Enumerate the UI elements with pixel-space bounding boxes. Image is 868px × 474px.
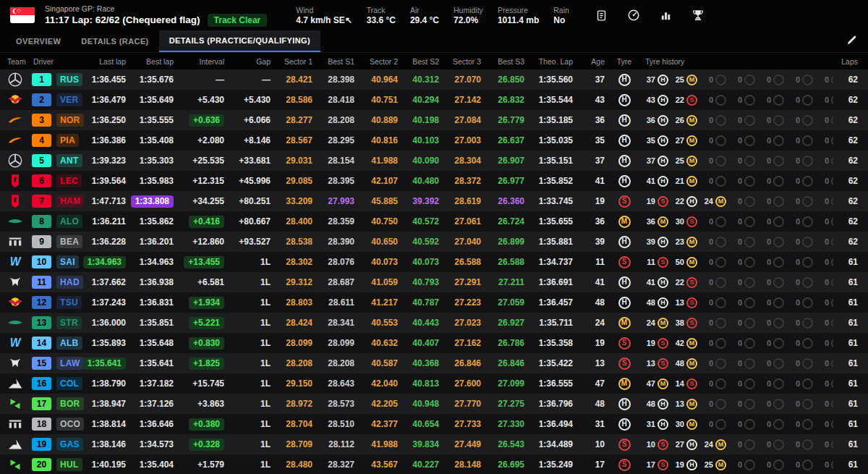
racingbulls-logo-icon [6,355,32,371]
last-lap: 1:36.479 [90,95,130,105]
driver-cell: PIA [54,134,90,147]
stint-laps: 0 [703,258,713,266]
driver-code: LAW [56,357,84,370]
gap: 1L [229,277,275,287]
driver-row-ant[interactable]: 5ANT1:39.3231:35.303+25.535+33.68129.031… [0,151,868,171]
driver-row-str[interactable]: 13STR1:36.0001:35.851+5.2211L28.42428.34… [0,313,868,333]
driver-row-bor[interactable]: 17BOR1:38.9471:37.126+3.8631L28.97228.57… [0,394,868,414]
stint-laps: 0 [761,399,771,408]
stint-laps: 0 [819,339,829,347]
sector1-time: 28.421 [275,75,317,85]
tyre-empty-icon [802,378,813,389]
tyre-empty-icon [773,176,784,187]
chart-icon[interactable] [660,9,672,22]
stint-laps: 0 [761,420,771,428]
tab-details-practice-qualifying[interactable]: DETAILS (PRACTICE/QUALIFYING) [159,30,320,52]
stint-laps: 24 [703,197,713,206]
tyre-history: 41H22S00000 [639,277,833,288]
position-badge: 2 [32,93,51,106]
interval: +12.860 [178,237,229,247]
laps-count: 61 [833,378,862,389]
driver-row-alo[interactable]: 8ALO1:36.2111:35.862+0.416+80.66728.4002… [0,211,868,232]
tyre-m-icon: M [686,135,697,146]
gap: 1L [229,399,275,409]
best-s2-time: 40.480 [402,176,443,186]
driver-row-oco[interactable]: 18OCO1:38.8141:36.646+0.3801L28.70428.51… [0,414,868,434]
tyre-empty-icon [715,95,726,106]
tyre-stint: 0 [819,75,833,85]
stint-laps: 48 [645,399,655,408]
driver-cell: LEC [54,174,90,187]
stint-laps: 0 [703,136,713,145]
best-s2-time: 40.572 [402,216,443,227]
table-header: TeamDriverLast lapBest lapIntervalGapSec… [0,53,868,69]
current-tyre: H [609,297,639,309]
stint-laps: 22 [674,278,684,287]
sector3-time: 28.372 [443,176,485,186]
trophy-icon[interactable] [692,9,705,22]
stint-laps: 0 [761,339,771,347]
tyre-empty-icon [744,196,755,207]
tyre-empty-icon [715,399,726,410]
stint-laps: 24 [703,440,713,449]
driver-row-ham[interactable]: 7HAM1:47.7131:33.808+34.255+80.25133.209… [0,191,868,211]
sector3-time: 27.162 [443,338,485,348]
gauge-icon[interactable] [627,9,640,22]
stint-laps: 0 [790,75,800,84]
sector3-time: 27.003 [443,135,485,145]
driver-row-ver[interactable]: 2VER1:36.4791:35.649+5.430+5.43028.58628… [0,90,868,110]
stint-laps: 0 [732,318,742,327]
driver-cell: RUS [54,73,90,86]
stint-laps: 0 [732,177,742,185]
stint-laps: 30 [674,420,684,428]
tyre-history: 36M30S00000 [639,216,833,227]
tyre-stint: 48H [645,297,668,308]
best-s3-time: 26.977 [485,176,529,186]
position-badge: 11 [32,276,51,289]
current-tyre: H [609,94,639,106]
driver-row-sai[interactable]: W10SAI1:34.9631:34.963+13.4551L28.30228.… [0,252,868,272]
driver-row-had[interactable]: 11HAD1:37.6621:36.938+6.5811L29.31228.68… [0,272,868,292]
tyre-stint: 0 [732,95,755,106]
stint-laps: 0 [761,298,771,307]
driver-row-col[interactable]: 16COL1:38.7901:37.182+15.7451L29.15028.6… [0,373,868,394]
stint-laps: 0 [819,197,829,206]
driver-row-bea[interactable]: 9BEA1:36.2281:36.201+12.860+93.52728.538… [0,232,868,252]
driver-row-gas[interactable]: 19GAS1:38.1461:34.573+0.3281L28.70928.11… [0,434,868,454]
driver-row-law[interactable]: 15LAW1:35.6411:35.641+1.8251L28.20828.20… [0,353,868,373]
driver-row-rus[interactable]: 1RUS1:36.4551:35.676——28.42128.39840.964… [0,69,868,90]
tyre-stint: 22S [674,95,697,106]
current-tyre: H [609,155,639,167]
astonmartin-logo-icon [6,213,32,229]
tyre-history: 31H30M00000 [639,419,833,430]
tyre-empty-icon [744,338,755,349]
driver-row-pia[interactable]: 4PIA1:36.3861:35.408+2.080+8.14628.56728… [0,130,868,151]
tyre-h-icon: H [658,277,668,288]
tyre-stint: 0 [761,196,784,207]
column-header-theo-lap: Theo. Lap [529,57,577,66]
tyre-age: 13 [577,358,609,368]
driver-row-hul[interactable]: 20HUL1:40.1951:35.404+1.5791L28.48028.32… [0,454,868,474]
driver-row-alb[interactable]: W14ALB1:35.8931:35.648+0.8301L28.09928.0… [0,333,868,353]
driver-row-nor[interactable]: 3NOR1:36.2501:35.555+0.636+6.06628.27728… [0,110,868,130]
edit-icon[interactable] [846,34,858,48]
gap: — [229,75,275,85]
sector1-time: 28.099 [275,338,317,348]
tyre-empty-icon [802,257,813,268]
tab-details-race[interactable]: DETAILS (RACE) [71,30,158,52]
tyre-stint: 13M [674,399,697,410]
tyre-h-icon: H [686,439,697,450]
driver-code: ALB [56,337,82,350]
report-icon[interactable] [595,9,608,22]
sector1-time: 28.972 [275,399,317,409]
gap: +8.146 [229,135,275,145]
driver-row-lec[interactable]: 6LEC1:39.5641:35.983+12.315+45.99629.085… [0,171,868,191]
tyre-stint: 0 [732,378,755,389]
tyre-s-icon: S [686,297,697,308]
tab-overview[interactable]: OVERVIEW [6,30,71,52]
tyre-empty-icon [802,318,813,329]
driver-row-tsu[interactable]: 12TSU1:37.2431:36.831+1.9341L28.80328.61… [0,292,868,313]
stint-laps: 24 [645,318,655,327]
weather-label: Wind [296,6,352,14]
best-lap: 1:35.641 [130,358,178,368]
